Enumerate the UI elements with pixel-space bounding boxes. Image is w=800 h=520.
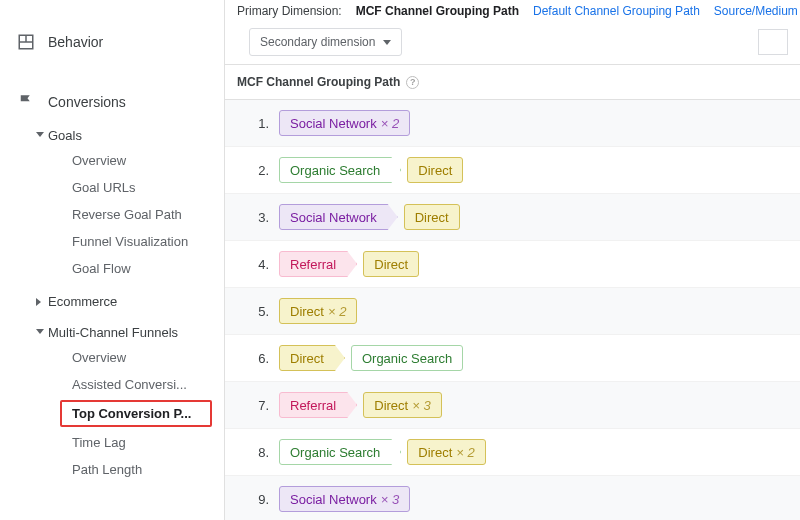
sidebar-group-mcf[interactable]: Multi-Channel Funnels: [0, 321, 224, 344]
row-number: 5.: [245, 304, 269, 319]
table-row[interactable]: 3.Social NetworkDirect: [225, 194, 800, 241]
row-number: 2.: [245, 163, 269, 178]
channel-chip: Direct: [363, 251, 419, 277]
path-chips: DirectOrganic Search: [279, 345, 463, 371]
dimension-tab[interactable]: Source/Medium Path: [714, 0, 800, 22]
row-number: 6.: [245, 351, 269, 366]
search-input[interactable]: [758, 29, 788, 55]
chip-multiplier: × 2: [328, 304, 346, 319]
channel-chip: Social Network× 2: [279, 110, 410, 136]
secondary-dimension-button[interactable]: Secondary dimension: [249, 28, 402, 56]
row-number: 8.: [245, 445, 269, 460]
flag-icon: [16, 92, 36, 112]
sidebar-section-conversions[interactable]: Conversions: [0, 84, 224, 120]
caret-down-icon: [36, 329, 44, 334]
behavior-icon: [16, 32, 36, 52]
row-number: 4.: [245, 257, 269, 272]
sidebar-item[interactable]: Time Lag: [0, 429, 224, 456]
channel-chip: Direct: [407, 157, 463, 183]
chip-multiplier: × 2: [381, 116, 399, 131]
channel-chip: Direct: [279, 345, 345, 371]
sidebar-item[interactable]: Top Conversion P...: [60, 400, 212, 427]
sidebar-group-ecommerce[interactable]: Ecommerce: [0, 290, 224, 313]
channel-chip: Direct× 2: [279, 298, 357, 324]
chip-multiplier: × 3: [381, 492, 399, 507]
dimension-tab[interactable]: Default Channel Grouping Path: [533, 0, 700, 22]
caret-down-icon: [36, 132, 44, 137]
sidebar-item[interactable]: Overview: [0, 344, 224, 371]
caret-right-icon: [36, 298, 41, 306]
table-row[interactable]: 6.DirectOrganic Search: [225, 335, 800, 382]
channel-chip: Referral: [279, 251, 357, 277]
primary-dimension-row: Primary Dimension: MCF Channel Grouping …: [225, 0, 800, 20]
table-header: MCF Channel Grouping Path ?: [225, 64, 800, 100]
channel-chip: Direct: [404, 204, 460, 230]
sidebar-mcf-items: OverviewAssisted Conversi...Top Conversi…: [0, 344, 224, 483]
path-chips: Social Network× 2: [279, 110, 410, 136]
channel-chip: Direct× 3: [363, 392, 441, 418]
table-row[interactable]: 5.Direct× 2: [225, 288, 800, 335]
sidebar-item[interactable]: Reverse Goal Path: [0, 201, 224, 228]
path-chips: ReferralDirect× 3: [279, 392, 442, 418]
sidebar-item[interactable]: Path Length: [0, 456, 224, 483]
help-icon[interactable]: ?: [406, 76, 419, 89]
channel-chip: Social Network: [279, 204, 398, 230]
row-number: 1.: [245, 116, 269, 131]
sidebar-section-behavior[interactable]: Behavior: [0, 24, 224, 60]
secondary-dimension-row: Secondary dimension: [225, 20, 800, 64]
path-chips: Social Network× 3: [279, 486, 410, 512]
row-number: 9.: [245, 492, 269, 507]
channel-chip: Direct× 2: [407, 439, 485, 465]
path-chips: ReferralDirect: [279, 251, 419, 277]
table-row[interactable]: 8.Organic SearchDirect× 2: [225, 429, 800, 476]
path-chips: Organic SearchDirect× 2: [279, 439, 486, 465]
sidebar-goals-items: OverviewGoal URLsReverse Goal PathFunnel…: [0, 147, 224, 282]
channel-chip: Organic Search: [279, 157, 401, 183]
sidebar: Behavior Conversions Goals OverviewGoal …: [0, 0, 224, 520]
chevron-down-icon: [383, 40, 391, 45]
channel-chip: Social Network× 3: [279, 486, 410, 512]
row-number: 3.: [245, 210, 269, 225]
path-chips: Social NetworkDirect: [279, 204, 460, 230]
dimension-tab[interactable]: MCF Channel Grouping Path: [356, 0, 519, 22]
table-row[interactable]: 2.Organic SearchDirect: [225, 147, 800, 194]
sidebar-item[interactable]: Funnel Visualization: [0, 228, 224, 255]
table-row[interactable]: 7.ReferralDirect× 3: [225, 382, 800, 429]
sidebar-item[interactable]: Assisted Conversi...: [0, 371, 224, 398]
table-row[interactable]: 4.ReferralDirect: [225, 241, 800, 288]
secondary-dimension-label: Secondary dimension: [260, 35, 375, 49]
primary-dimension-label: Primary Dimension:: [237, 4, 342, 18]
channel-chip: Organic Search: [279, 439, 401, 465]
sidebar-group-label-text: Goals: [48, 128, 82, 143]
row-number: 7.: [245, 398, 269, 413]
chip-multiplier: × 2: [456, 445, 474, 460]
sidebar-item[interactable]: Overview: [0, 147, 224, 174]
table-body: 1.Social Network× 22.Organic SearchDirec…: [225, 100, 800, 520]
path-chips: Organic SearchDirect: [279, 157, 463, 183]
main-panel: Primary Dimension: MCF Channel Grouping …: [224, 0, 800, 520]
sidebar-group-label-text: Ecommerce: [48, 294, 117, 309]
sidebar-group-goals[interactable]: Goals: [0, 124, 224, 147]
sidebar-item[interactable]: Goal URLs: [0, 174, 224, 201]
table-row[interactable]: 9.Social Network× 3: [225, 476, 800, 520]
channel-chip: Organic Search: [351, 345, 463, 371]
sidebar-label: Behavior: [48, 34, 103, 50]
path-chips: Direct× 2: [279, 298, 357, 324]
table-row[interactable]: 1.Social Network× 2: [225, 100, 800, 147]
sidebar-label: Conversions: [48, 94, 126, 110]
sidebar-item[interactable]: Goal Flow: [0, 255, 224, 282]
chip-multiplier: × 3: [412, 398, 430, 413]
column-header: MCF Channel Grouping Path: [237, 75, 400, 89]
channel-chip: Referral: [279, 392, 357, 418]
sidebar-group-label-text: Multi-Channel Funnels: [48, 325, 178, 340]
